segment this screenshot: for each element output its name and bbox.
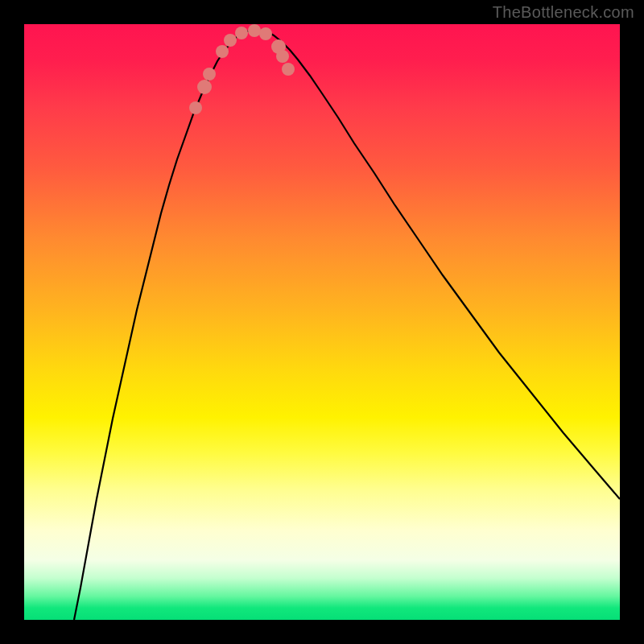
data-marker <box>235 27 248 39</box>
data-marker <box>216 45 229 58</box>
data-marker <box>189 101 202 114</box>
data-markers <box>189 24 295 114</box>
chart-overlay <box>24 24 620 620</box>
data-marker <box>259 27 272 40</box>
left-curve-line <box>74 31 250 620</box>
data-marker <box>203 68 216 80</box>
data-marker <box>224 34 237 47</box>
data-marker <box>282 63 295 76</box>
data-marker <box>248 24 261 37</box>
data-marker <box>276 50 289 63</box>
watermark-text: TheBottleneck.com <box>493 3 634 22</box>
data-marker <box>197 80 212 94</box>
plot-area <box>24 24 620 620</box>
right-curve-line <box>266 31 620 499</box>
